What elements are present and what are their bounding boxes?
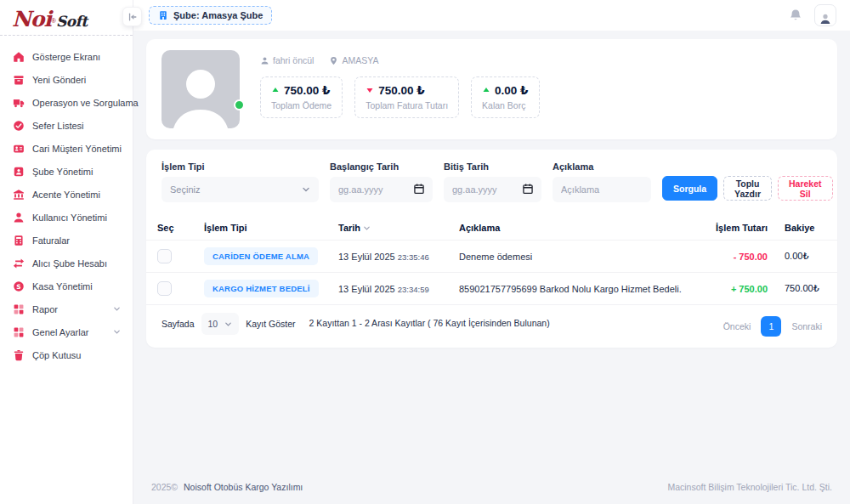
chevron-down-icon xyxy=(113,305,121,313)
arrow-up-icon xyxy=(271,86,280,94)
page-size-select[interactable]: 10 xyxy=(201,313,240,335)
islem-tipi-select[interactable]: Seçiniz xyxy=(162,177,319,202)
toplu-yazdir-button[interactable]: Toplu Yazdır xyxy=(723,176,772,201)
sidebar-item-label: Kasa Yönetimi xyxy=(32,281,93,292)
chevron-down-icon xyxy=(302,185,310,194)
transaction-type-chip[interactable]: KARGO HİZMET BEDELİ xyxy=(204,280,319,297)
sidebar-item-cari-musteri-yonetimi[interactable]: Cari Müşteri Yönetimi xyxy=(0,137,133,160)
user-avatar-button[interactable] xyxy=(814,4,836,26)
sidebar: Noi®Soft Gösterge Ekranı Yeni Gönderi Op… xyxy=(0,0,133,504)
arrow-down-icon xyxy=(366,86,374,94)
sidebar-item-operasyon-ve-sorgulama[interactable]: Operasyon ve Sorgulama xyxy=(0,91,133,114)
user-icon xyxy=(12,211,25,224)
home-icon xyxy=(12,50,25,63)
column-header-islem-tutari: İşlem Tutarı xyxy=(698,216,776,241)
stat-value: 0.00 ₺ xyxy=(495,83,528,97)
sidebar-item-label: Faturalar xyxy=(32,235,70,246)
id-card-icon xyxy=(12,142,25,155)
sidebar-item-label: Acente Yönetimi xyxy=(32,190,100,200)
page-navigation: Önceki 1 Sonraki xyxy=(723,313,822,337)
records-info-text: 2 Kayıttan 1 - 2 Arası Kayıtlar ( 76 Kay… xyxy=(309,317,550,331)
transactions-panel: İşlem Tipi Seçiniz Başlangıç Tarih xyxy=(146,150,837,348)
sidebar-item-acente-yonetimi[interactable]: Acente Yönetimi xyxy=(0,183,133,206)
sidebar-item-sefer-listesi[interactable]: Sefer Listesi xyxy=(0,114,133,137)
trash-icon xyxy=(12,348,25,361)
company-name: Macinsoft Bilişim Teknolojileri Tic. Ltd… xyxy=(667,482,832,492)
filters-bar: İşlem Tipi Seçiniz Başlangıç Tarih xyxy=(146,161,837,202)
description-filter-input[interactable] xyxy=(552,177,651,202)
page-content: fahri öncül AMASYA 750.00 ₺ xyxy=(133,31,850,504)
branch-selector-badge[interactable]: Şube: Amasya Şube xyxy=(149,6,272,25)
filter-actions: Sorgula Toplu Yazdır Hareket Sil xyxy=(662,176,833,202)
customer-avatar xyxy=(162,50,240,128)
filter-label: Başlangıç Tarih xyxy=(330,161,433,172)
customer-location: AMASYA xyxy=(342,55,378,65)
truck-icon xyxy=(12,96,25,109)
end-date-input[interactable] xyxy=(444,177,541,202)
stat-label: Kalan Borç xyxy=(482,100,528,110)
sidebar-item-label: Çöp Kutusu xyxy=(32,350,81,360)
sidebar-item-sube-yonetimi[interactable]: Şube Yönetimi xyxy=(0,160,133,183)
sidebar-item-kasa-yonetimi[interactable]: S Kasa Yönetimi xyxy=(0,275,133,297)
page-number-button[interactable]: 1 xyxy=(761,316,781,337)
transaction-time: 23:34:59 xyxy=(398,285,429,294)
location-pin-icon xyxy=(329,56,338,65)
stat-kalan-borc: 0.00 ₺ Kalan Borç xyxy=(471,76,539,118)
sorgula-button[interactable]: Sorgula xyxy=(662,176,717,201)
column-header-tarih-label: Tarih xyxy=(338,223,360,233)
filter-islem-tipi: İşlem Tipi Seçiniz xyxy=(162,161,319,202)
customer-name-item: fahri öncül xyxy=(260,55,314,65)
sidebar-item-faturalar[interactable]: Faturalar xyxy=(0,229,133,252)
filter-label: Açıklama xyxy=(552,161,651,172)
sidebar-item-genel-ayarlar[interactable]: Genel Ayarlar xyxy=(0,320,133,343)
start-date-input[interactable] xyxy=(330,177,433,202)
sidebar-item-yeni-gonderi[interactable]: Yeni Gönderi xyxy=(0,68,133,91)
sidebar-nav: Gösterge Ekranı Yeni Gönderi Operasyon v… xyxy=(0,36,133,366)
sidebar-item-rapor[interactable]: Rapor xyxy=(0,297,133,320)
stat-value: 750.00 ₺ xyxy=(378,83,424,97)
transaction-type-chip[interactable]: CARİDEN ÖDEME ALMA xyxy=(204,247,318,265)
page-size-suffix: Kayıt Göster xyxy=(246,319,295,329)
sidebar-item-gosterge-ekrani[interactable]: Gösterge Ekranı xyxy=(0,45,133,68)
column-header-sec: Seç xyxy=(146,216,196,241)
sidebar-item-label: Alıcı Şube Hesabı xyxy=(32,258,107,269)
column-header-aciklama: Açıklama xyxy=(450,216,698,241)
arrow-up-icon xyxy=(482,86,490,94)
transfer-arrows-icon xyxy=(12,257,25,269)
transaction-time: 23:35:46 xyxy=(398,252,429,262)
page-size-controls: Sayfada 10 Kayıt Göster 2 Kayıttan 1 - 2… xyxy=(162,313,550,335)
coin-icon: S xyxy=(12,280,25,292)
sidebar-collapse-button[interactable] xyxy=(122,7,142,26)
sidebar-item-alici-sube-hesabi[interactable]: Alıcı Şube Hesabı xyxy=(0,252,133,275)
chevron-down-icon xyxy=(224,320,232,328)
sort-chevron-icon xyxy=(363,224,371,232)
customer-location-item: AMASYA xyxy=(329,55,378,65)
notifications-bell-icon[interactable] xyxy=(789,8,802,22)
column-header-bakiye: Bakiye xyxy=(776,216,837,241)
stats-row: 750.00 ₺ Toplam Ödeme 750.00 ₺ Toplam Fa… xyxy=(260,76,822,118)
sidebar-item-label: Sefer Listesi xyxy=(32,121,84,131)
column-header-islem-tipi: İşlem Tipi xyxy=(196,216,330,241)
hareket-sil-button[interactable]: Hareket Sil xyxy=(778,176,833,201)
customer-summary: fahri öncül AMASYA 750.00 ₺ xyxy=(260,50,822,128)
brand-logo-secondary: Soft xyxy=(56,13,88,30)
column-header-tarih[interactable]: Tarih xyxy=(330,216,450,241)
sidebar-item-label: Gösterge Ekranı xyxy=(32,52,100,62)
chevron-down-icon xyxy=(113,328,121,336)
row-select-checkbox[interactable] xyxy=(157,249,172,263)
transaction-date-cell: 13 Eylül 2025 23:35:46 xyxy=(330,241,450,273)
next-page-link[interactable]: Sonraki xyxy=(791,321,822,331)
filter-bitis-tarih: Bitiş Tarih xyxy=(444,161,541,202)
sidebar-item-cop-kutusu[interactable]: Çöp Kutusu xyxy=(0,343,133,366)
main-area: Şube: Amasya Şube xyxy=(133,0,850,504)
transaction-description: 859021757795699 Barkod Nolu Kargo Hizmet… xyxy=(450,273,698,305)
brand-logo[interactable]: Noi®Soft xyxy=(0,0,133,36)
branch-icon xyxy=(158,10,168,20)
row-select-checkbox[interactable] xyxy=(157,281,172,296)
previous-page-link[interactable]: Önceki xyxy=(723,321,751,331)
sidebar-item-kullanici-yonetimi[interactable]: Kullanıcı Yönetimi xyxy=(0,206,133,229)
filter-aciklama: Açıklama xyxy=(552,161,651,202)
transaction-balance: 750.00₺ xyxy=(785,283,819,293)
online-status-dot xyxy=(234,99,245,110)
page-size-label: Sayfada xyxy=(162,319,195,329)
